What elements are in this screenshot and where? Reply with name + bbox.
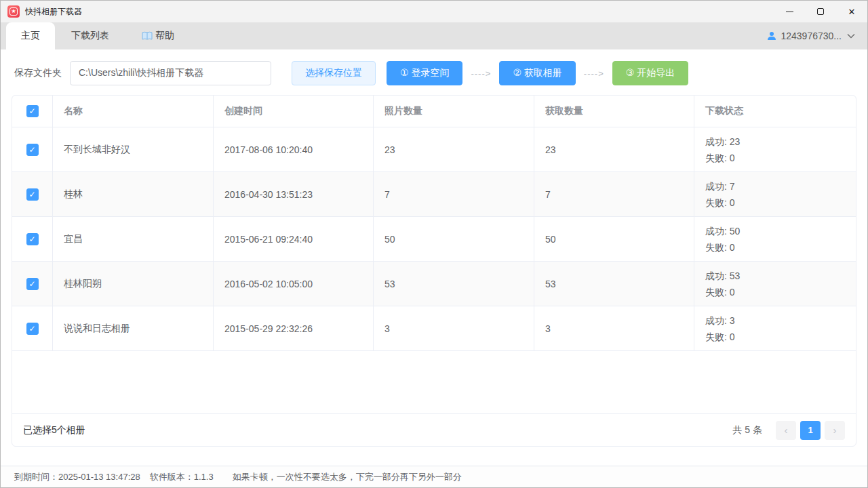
row-checkbox-cell: ✓ bbox=[12, 306, 53, 350]
status-success: 成功: 7 bbox=[705, 178, 845, 195]
expire-time-text: 到期时间：2025-01-13 13:47:28 bbox=[14, 471, 140, 483]
album-photo-count: 53 bbox=[374, 262, 534, 306]
select-all-checkbox[interactable]: ✓ bbox=[26, 105, 39, 117]
status-success: 成功: 50 bbox=[705, 223, 845, 239]
prev-page-button[interactable]: ‹ bbox=[776, 421, 796, 440]
album-photo-count: 3 bbox=[374, 306, 534, 350]
main-content: 保存文件夹 选择保存位置 ① 登录空间 ----> ② 获取相册 ----> ③… bbox=[1, 49, 867, 466]
row-checkbox[interactable]: ✓ bbox=[26, 188, 39, 201]
album-name: 桂林阳朔 bbox=[53, 262, 214, 306]
album-fetched-count: 3 bbox=[534, 306, 694, 350]
tab-downloads[interactable]: 下载列表 bbox=[55, 22, 125, 49]
status-fail: 失败: 0 bbox=[705, 329, 845, 345]
header-status: 下载状态 bbox=[694, 96, 856, 127]
app-logo-icon: ★ bbox=[7, 5, 20, 18]
flow-arrow-2: ----> bbox=[584, 68, 604, 79]
row-checkbox[interactable]: ✓ bbox=[26, 144, 39, 156]
window-title: 快抖相册下载器 bbox=[25, 6, 82, 18]
tab-home[interactable]: 主页 bbox=[6, 22, 55, 49]
album-status: 成功: 7 失败: 0 bbox=[694, 172, 856, 216]
tabbar: 主页 下载列表 帮助 1243976730... bbox=[1, 22, 867, 49]
header-photo-count: 照片数量 bbox=[374, 96, 534, 127]
row-checkbox[interactable]: ✓ bbox=[26, 323, 39, 335]
table-footer: 已选择5个相册 共 5 条 ‹ 1 › bbox=[12, 413, 856, 446]
close-icon: ✕ bbox=[848, 7, 856, 16]
header-created: 创建时间 bbox=[214, 96, 374, 127]
star-icon: ★ bbox=[9, 7, 18, 16]
album-table: ✓ 名称 创建时间 照片数量 获取数量 下载状态 ✓ 不到长城非好汉 2017-… bbox=[12, 95, 856, 447]
table-header-row: ✓ 名称 创建时间 照片数量 获取数量 下载状态 bbox=[12, 96, 856, 127]
table-row: ✓ 桂林 2016-04-30 13:51:23 7 7 成功: 7 失败: 0 bbox=[12, 172, 856, 217]
page-1-button[interactable]: 1 bbox=[800, 421, 821, 440]
album-name: 宜昌 bbox=[53, 217, 214, 261]
table-row: ✓ 不到长城非好汉 2017-08-06 10:20:40 23 23 成功: … bbox=[12, 127, 856, 172]
album-created: 2016-05-02 10:05:00 bbox=[214, 262, 374, 306]
album-created: 2017-08-06 10:20:40 bbox=[214, 127, 374, 171]
tab-help-label: 帮助 bbox=[155, 30, 174, 42]
header-select-all-cell: ✓ bbox=[12, 96, 53, 127]
row-checkbox[interactable]: ✓ bbox=[26, 233, 39, 245]
toolbar: 保存文件夹 选择保存位置 ① 登录空间 ----> ② 获取相册 ----> ③… bbox=[14, 61, 854, 85]
account-menu[interactable]: 1243976730... bbox=[767, 22, 867, 49]
tip-text: 如果卡顿，一次性不要选太多，下完一部分再下另外一部分 bbox=[233, 471, 462, 483]
album-created: 2015-06-21 09:24:40 bbox=[214, 217, 374, 261]
tab-downloads-label: 下载列表 bbox=[71, 30, 109, 42]
album-status: 成功: 3 失败: 0 bbox=[694, 306, 856, 350]
album-status: 成功: 50 失败: 0 bbox=[694, 217, 856, 261]
album-name: 说说和日志相册 bbox=[53, 306, 214, 350]
row-checkbox[interactable]: ✓ bbox=[26, 278, 39, 290]
tab-help[interactable]: 帮助 bbox=[125, 22, 191, 49]
titlebar: ★ 快抖相册下载器 ✕ bbox=[1, 1, 867, 22]
table-row: ✓ 说说和日志相册 2015-05-29 22:32:26 3 3 成功: 3 … bbox=[12, 306, 856, 351]
album-status: 成功: 23 失败: 0 bbox=[694, 127, 856, 171]
table-row: ✓ 桂林阳朔 2016-05-02 10:05:00 53 53 成功: 53 … bbox=[12, 262, 856, 306]
album-photo-count: 7 bbox=[374, 172, 534, 216]
tab-home-label: 主页 bbox=[21, 30, 40, 42]
total-count-text: 共 5 条 bbox=[732, 424, 762, 436]
album-name: 桂林 bbox=[53, 172, 214, 216]
tabbar-spacer bbox=[191, 22, 767, 49]
account-id: 1243976730... bbox=[781, 30, 842, 41]
header-name: 名称 bbox=[53, 96, 214, 127]
status-success: 成功: 3 bbox=[705, 312, 845, 329]
album-photo-count: 50 bbox=[374, 217, 534, 261]
minimize-icon bbox=[786, 12, 793, 12]
status-fail: 失败: 0 bbox=[705, 195, 845, 211]
status-success: 成功: 53 bbox=[705, 268, 845, 284]
row-checkbox-cell: ✓ bbox=[12, 127, 53, 171]
status-fail: 失败: 0 bbox=[705, 150, 845, 166]
export-button[interactable]: ③ 开始导出 bbox=[612, 61, 688, 85]
status-fail: 失败: 0 bbox=[705, 239, 845, 256]
minimize-button[interactable] bbox=[774, 1, 805, 22]
album-fetched-count: 23 bbox=[534, 127, 694, 171]
user-icon bbox=[767, 31, 776, 41]
chevron-down-icon bbox=[847, 33, 855, 39]
row-checkbox-cell: ✓ bbox=[12, 262, 53, 306]
status-fail: 失败: 0 bbox=[705, 284, 845, 300]
save-folder-input[interactable] bbox=[70, 61, 271, 85]
album-status: 成功: 53 失败: 0 bbox=[694, 262, 856, 306]
statusbar: 到期时间：2025-01-13 13:47:28 软件版本：1.1.3 如果卡顿… bbox=[1, 466, 867, 487]
close-button[interactable]: ✕ bbox=[836, 1, 867, 22]
selected-count-text: 已选择5个相册 bbox=[23, 424, 85, 436]
row-checkbox-cell: ✓ bbox=[12, 217, 53, 261]
album-fetched-count: 53 bbox=[534, 262, 694, 306]
album-created: 2016-04-30 13:51:23 bbox=[214, 172, 374, 216]
login-button[interactable]: ① 登录空间 bbox=[387, 61, 462, 85]
choose-location-button[interactable]: 选择保存位置 bbox=[292, 61, 376, 85]
album-created: 2015-05-29 22:32:26 bbox=[214, 306, 374, 350]
album-fetched-count: 7 bbox=[534, 172, 694, 216]
maximize-button[interactable] bbox=[805, 1, 836, 22]
app-window: ★ 快抖相册下载器 ✕ 主页 下载列表 帮助 1243976730... bbox=[0, 0, 868, 488]
album-photo-count: 23 bbox=[374, 127, 534, 171]
header-fetched-count: 获取数量 bbox=[534, 96, 694, 127]
album-fetched-count: 50 bbox=[534, 217, 694, 261]
table-empty-area bbox=[12, 351, 856, 413]
row-checkbox-cell: ✓ bbox=[12, 172, 53, 216]
album-name: 不到长城非好汉 bbox=[53, 127, 214, 171]
version-text: 软件版本：1.1.3 bbox=[150, 471, 214, 483]
book-icon bbox=[142, 31, 153, 41]
table-row: ✓ 宜昌 2015-06-21 09:24:40 50 50 成功: 50 失败… bbox=[12, 217, 856, 262]
fetch-albums-button[interactable]: ② 获取相册 bbox=[499, 61, 575, 85]
next-page-button[interactable]: › bbox=[825, 421, 845, 440]
